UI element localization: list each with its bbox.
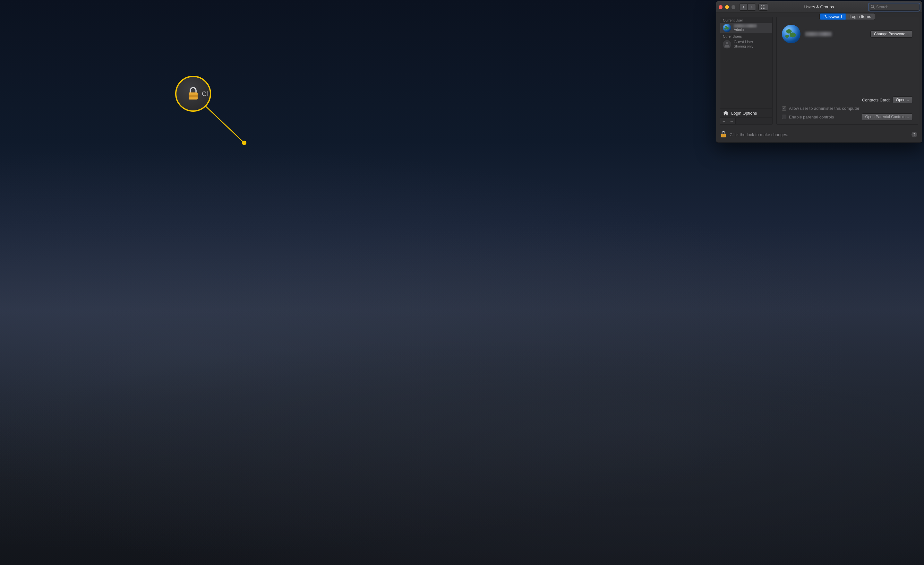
lock-icon[interactable] — [721, 131, 726, 138]
open-parental-controls-button[interactable]: Open Parental Controls… — [862, 113, 913, 120]
svg-point-12 — [761, 8, 762, 9]
back-button[interactable] — [739, 3, 747, 11]
svg-point-8 — [765, 5, 765, 6]
login-options[interactable]: Login Options — [720, 108, 772, 117]
silhouette-icon — [723, 40, 731, 48]
zoom-button[interactable] — [732, 5, 735, 9]
svg-rect-20 — [721, 136, 726, 136]
current-user-header: Current User — [720, 17, 772, 23]
login-options-label: Login Options — [731, 111, 757, 116]
house-icon — [723, 110, 729, 116]
svg-rect-19 — [721, 135, 726, 135]
allow-admin-label: Allow user to administer this computer — [789, 106, 860, 111]
svg-rect-3 — [189, 96, 198, 97]
nav-buttons — [739, 3, 756, 11]
allow-admin-checkbox — [782, 106, 786, 111]
main-panel: Password Login Items Change Password… Co… — [776, 17, 918, 125]
svg-point-6 — [761, 5, 762, 6]
users-sidebar: Current User Admin Other Users Guest Use… — [720, 17, 772, 125]
svg-line-5 — [206, 106, 244, 143]
search-icon — [870, 5, 875, 9]
svg-rect-4 — [189, 98, 198, 98]
window-footer: Click the lock to make changes. ? — [716, 128, 922, 143]
window-controls — [718, 5, 735, 9]
callout-text-fragment: Cl — [202, 90, 208, 98]
user-full-name-redacted — [805, 32, 832, 36]
svg-rect-0 — [189, 92, 198, 99]
svg-point-15 — [871, 5, 874, 8]
current-user-name-redacted — [734, 24, 757, 28]
current-user-role: Admin — [734, 28, 757, 32]
contacts-card-label: Contacts Card: — [862, 98, 890, 102]
svg-rect-2 — [189, 95, 198, 96]
zoom-callout: Cl — [175, 76, 211, 112]
users-groups-window: Users & Groups Current User Admin Other … — [716, 1, 922, 143]
svg-point-7 — [763, 5, 764, 6]
lock-icon — [187, 87, 199, 101]
open-contacts-button[interactable]: Open… — [892, 96, 913, 104]
close-button[interactable] — [718, 5, 723, 9]
tabs: Password Login Items — [820, 14, 875, 20]
parental-controls-label: Enable parental controls — [789, 114, 834, 119]
callout-endpoint-dot — [242, 141, 246, 145]
user-avatar-icon[interactable] — [782, 25, 801, 44]
svg-point-10 — [763, 6, 764, 8]
remove-user-button: − — [728, 118, 736, 124]
lock-hint-text: Click the lock to make changes. — [730, 132, 788, 137]
add-user-button: + — [720, 118, 728, 124]
svg-rect-1 — [189, 94, 198, 95]
avatar-icon — [723, 24, 731, 32]
change-password-button[interactable]: Change Password… — [870, 30, 913, 38]
guest-user-sub: Sharing only — [734, 44, 753, 48]
tab-login-items[interactable]: Login Items — [846, 14, 875, 20]
tab-password[interactable]: Password — [820, 14, 846, 20]
show-all-button[interactable] — [759, 3, 768, 11]
minimize-button[interactable] — [725, 5, 729, 9]
callout-leader-line — [0, 0, 449, 282]
search-input[interactable] — [869, 3, 920, 11]
sidebar-guest-user[interactable]: Guest User Sharing only — [720, 39, 772, 50]
svg-point-14 — [765, 8, 765, 9]
help-button[interactable]: ? — [911, 131, 918, 138]
add-remove-bar: + − — [720, 117, 772, 124]
other-users-header: Other Users — [720, 33, 772, 39]
svg-point-13 — [763, 8, 764, 9]
titlebar: Users & Groups — [716, 1, 922, 13]
svg-point-11 — [765, 6, 765, 8]
sidebar-current-user[interactable]: Admin — [720, 23, 772, 33]
guest-user-name: Guest User — [734, 40, 753, 44]
svg-point-9 — [761, 6, 762, 8]
svg-line-16 — [873, 8, 874, 9]
parental-controls-checkbox — [782, 114, 786, 119]
forward-button — [747, 3, 756, 11]
